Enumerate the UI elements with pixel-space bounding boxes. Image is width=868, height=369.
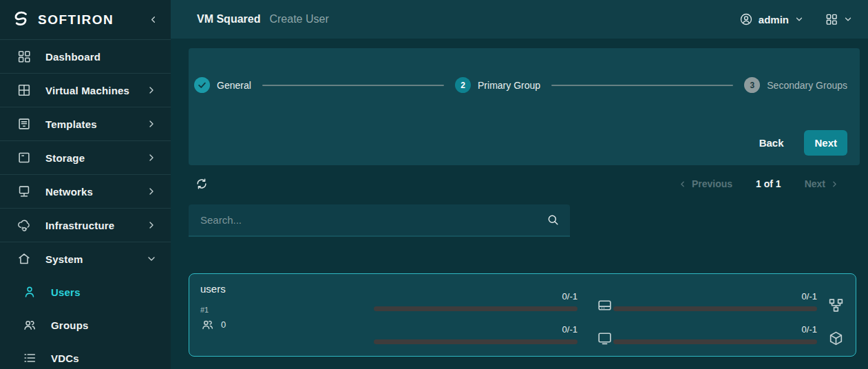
group-icon (200, 317, 215, 332)
quota-bar (374, 339, 578, 344)
apps-grid-icon (825, 12, 838, 26)
group-card-users[interactable]: users #1 0 0/-1 (189, 273, 856, 357)
next-page-button[interactable]: Next (805, 178, 839, 189)
user-circle-icon (739, 12, 753, 26)
chevron-down-icon (843, 14, 853, 24)
quota-value: 0/-1 (613, 291, 817, 302)
search-box (189, 204, 570, 237)
sidebar-item-label: System (45, 253, 146, 265)
sidebar-item-infrastructure[interactable]: Infrastructure (0, 208, 171, 242)
templates-icon (17, 116, 32, 131)
package-icon (827, 330, 845, 347)
home-icon (17, 251, 32, 266)
quota-network: 0/-1 (613, 291, 817, 316)
stepper-connector (262, 85, 444, 86)
apps-menu[interactable] (825, 12, 853, 26)
step-general[interactable]: General (194, 77, 251, 93)
quota-vm: 0/-1 (374, 324, 578, 349)
sidebar-item-label: Users (51, 286, 157, 298)
sidebar-item-groups[interactable]: Groups (0, 308, 171, 341)
sidebar-item-label: Dashboard (45, 51, 157, 63)
quota-bar (613, 306, 817, 311)
quota-bar (374, 306, 578, 311)
topbar-right: admin (739, 12, 853, 26)
create-user-wizard-panel: General 2 Primary Group 3 Secondary Grou… (189, 48, 860, 165)
chevron-right-icon (830, 180, 839, 189)
sidebar-item-label: Infrastructure (45, 220, 146, 231)
chevron-down-icon (794, 14, 804, 24)
app-title: VM Squared (197, 13, 260, 25)
back-button[interactable]: Back (756, 131, 787, 154)
brand-name: SOFTIRON (38, 12, 148, 28)
storage-icon (17, 150, 32, 165)
user-name: admin (759, 14, 789, 25)
infrastructure-icon (17, 218, 32, 233)
next-button[interactable]: Next (804, 130, 847, 156)
user-menu[interactable]: admin (739, 12, 804, 26)
sidebar-item-label: Storage (45, 152, 146, 164)
sidebar-item-users[interactable]: Users (0, 275, 171, 308)
previous-page-button[interactable]: Previous (678, 178, 732, 189)
sidebar-item-label: Virtual Machines (45, 85, 146, 96)
sidebar-item-vdcs[interactable]: VDCs (0, 341, 171, 369)
sidebar-item-storage[interactable]: Storage (0, 140, 171, 174)
sidebar-item-templates[interactable]: Templates (0, 107, 171, 140)
content: General 2 Primary Group 3 Secondary Grou… (171, 39, 868, 369)
quota-bar (613, 339, 817, 344)
step-number: 3 (744, 77, 760, 93)
step-primary-group[interactable]: 2 Primary Group (455, 77, 540, 93)
virtual-machines-icon (17, 83, 32, 98)
quota-image: 0/-1 (613, 324, 817, 349)
softiron-logo-icon (10, 9, 32, 31)
group-icon (22, 317, 37, 333)
quota-datastore: 0/-1 (374, 291, 578, 316)
wizard-stepper: General 2 Primary Group 3 Secondary Grou… (194, 77, 847, 93)
datastore-icon (596, 297, 613, 314)
step-number: 2 (455, 77, 471, 93)
dashboard-icon (17, 49, 32, 64)
sidebar: SOFTIRON Dashboard Virtual Machines (0, 0, 171, 369)
step-label: General (217, 80, 251, 91)
chevron-right-icon (146, 220, 157, 231)
topbar: VM Squared Create User admin (171, 0, 868, 39)
group-name: users (200, 283, 374, 295)
user-count-value: 0 (221, 319, 226, 330)
network-tree-icon (827, 297, 845, 314)
main-area: VM Squared Create User admin (171, 0, 868, 369)
sidebar-item-system[interactable]: System (0, 242, 171, 275)
search-icon[interactable] (547, 213, 560, 226)
logo-row: SOFTIRON (0, 0, 171, 39)
app-window: SOFTIRON Dashboard Virtual Machines (0, 0, 868, 369)
sidebar-collapse-button[interactable] (148, 14, 158, 25)
page-title: Create User (269, 13, 328, 25)
step-secondary-groups[interactable]: 3 Secondary Groups (744, 77, 847, 93)
page-indicator: 1 of 1 (756, 178, 781, 189)
next-label: Next (805, 178, 825, 189)
networks-icon (17, 184, 32, 199)
user-icon (22, 284, 37, 299)
chevron-right-icon (146, 186, 157, 197)
stepper-connector (551, 85, 733, 86)
pagination: Previous 1 of 1 Next (678, 178, 839, 189)
search-input[interactable] (199, 213, 547, 226)
chevron-right-icon (146, 152, 157, 163)
group-user-count: 0 (200, 317, 374, 332)
step-done-check-icon (194, 77, 210, 93)
chevron-right-icon (146, 118, 157, 129)
chevron-left-icon (678, 180, 687, 189)
group-card-info: users #1 0 (200, 283, 374, 349)
quota-value: 0/-1 (374, 291, 578, 302)
chevron-right-icon (146, 85, 157, 96)
sidebar-item-virtual-machines[interactable]: Virtual Machines (0, 73, 171, 107)
list-icon (22, 350, 37, 366)
refresh-icon[interactable] (195, 177, 209, 191)
display-icon (596, 330, 613, 347)
sidebar-item-networks[interactable]: Networks (0, 174, 171, 208)
group-id: #1 (200, 306, 374, 314)
quota-value: 0/-1 (613, 324, 817, 335)
step-label: Secondary Groups (767, 80, 847, 91)
sidebar-item-label: Networks (45, 186, 146, 198)
sidebar-item-label: Templates (45, 118, 146, 130)
sidebar-item-dashboard[interactable]: Dashboard (0, 39, 171, 73)
list-toolbar: Previous 1 of 1 Next (189, 173, 860, 194)
